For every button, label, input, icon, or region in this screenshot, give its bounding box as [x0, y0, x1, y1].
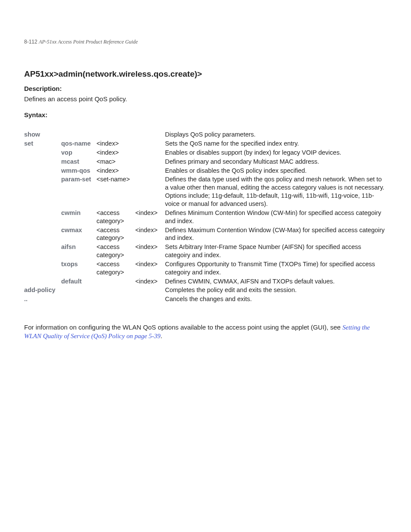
- footnote-prefix: For information on configuring the WLAN …: [24, 324, 342, 331]
- syntax-cell-c5: Displays QoS policy parameters.: [165, 131, 387, 139]
- syntax-cell-c3: <access category>: [97, 243, 135, 259]
- syntax-cell-c3: <access category>: [97, 226, 135, 243]
- syntax-table: showDisplays QoS policy parameters.setqo…: [24, 131, 387, 303]
- syntax-cell-c2: param-set: [61, 175, 97, 184]
- syntax-cell-c5: Enables or disables support (by index) f…: [165, 149, 387, 157]
- page-number: 8-112: [24, 39, 37, 45]
- syntax-cell-c1: ..: [24, 295, 61, 303]
- syntax-cell-c5: Configures Opportunity to Transmit Time …: [165, 260, 387, 277]
- syntax-cell-c2: txops: [61, 260, 97, 268]
- syntax-cell-c2: aifsn: [61, 243, 97, 251]
- syntax-cell-c5: Defines primary and secondary Multicast …: [165, 158, 387, 166]
- syntax-row: mcast<mac>Defines primary and secondary …: [24, 158, 387, 166]
- syntax-row: ..Cancels the changes and exits.: [24, 295, 387, 303]
- syntax-cell-c4: <index>: [135, 277, 165, 286]
- syntax-cell-c4: <index>: [135, 209, 165, 217]
- syntax-cell-c2: default: [61, 277, 97, 286]
- syntax-cell-c1: add-policy: [24, 286, 61, 294]
- syntax-row: vop<index>Enables or disables support (b…: [24, 149, 387, 157]
- syntax-row: param-set<set-name>Defines the data type…: [24, 175, 387, 208]
- description-heading: Description:: [24, 85, 387, 92]
- syntax-cell-c4: <index>: [135, 226, 165, 234]
- syntax-cell-c5: Defines CWMIN, CWMAX, AIFSN and TXOPs de…: [165, 277, 387, 286]
- footnote-suffix: .: [161, 332, 162, 339]
- syntax-cell-c1: show: [24, 131, 61, 139]
- syntax-cell-c5: Defines Minimum Contention Window (CW-Mi…: [165, 209, 387, 225]
- syntax-cell-c5: Defines Maximum Contention Window (CW-Ma…: [165, 226, 387, 243]
- syntax-cell-c3: <index>: [97, 167, 135, 175]
- syntax-cell-c5: Sets Arbitrary Inter-Frame Space Number …: [165, 243, 387, 259]
- syntax-cell-c2: cwmax: [61, 226, 97, 234]
- syntax-cell-c5: Defines the data type used with the qos …: [165, 175, 387, 208]
- syntax-cell-c3: <set-name>: [97, 175, 135, 184]
- syntax-cell-c3: <access category>: [97, 209, 135, 225]
- syntax-row: default<index>Defines CWMIN, CWMAX, AIFS…: [24, 277, 387, 286]
- footnote: For information on configuring the WLAN …: [24, 323, 387, 341]
- syntax-cell-c4: <index>: [135, 243, 165, 251]
- syntax-row: cwmax<access category><index>Defines Max…: [24, 226, 387, 243]
- syntax-cell-c4: <index>: [135, 260, 165, 268]
- syntax-cell-c3: <index>: [97, 140, 135, 148]
- syntax-cell-c2: mcast: [61, 158, 97, 166]
- syntax-cell-c2: vop: [61, 149, 97, 157]
- syntax-row: aifsn<access category><index>Sets Arbitr…: [24, 243, 387, 259]
- doc-title: AP-51xx Access Point Product Reference G…: [39, 39, 138, 45]
- syntax-cell-c5: Enables or disables the QoS policy index…: [165, 167, 387, 175]
- syntax-row: wmm-qos<index>Enables or disables the Qo…: [24, 167, 387, 175]
- running-head: 8-112 AP-51xx Access Point Product Refer…: [24, 39, 387, 45]
- syntax-cell-c2: qos-name: [61, 140, 97, 148]
- syntax-cell-c5: Completes the policy edit and exits the …: [165, 286, 387, 294]
- syntax-cell-c2: wmm-qos: [61, 167, 97, 175]
- syntax-cell-c3: <index>: [97, 149, 135, 157]
- syntax-row: cwmin<access category><index>Defines Min…: [24, 209, 387, 225]
- syntax-cell-c3: <mac>: [97, 158, 135, 166]
- syntax-cell-c2: cwmin: [61, 209, 97, 217]
- syntax-cell-c5: Sets the QoS name for the specified inde…: [165, 140, 387, 148]
- syntax-cell-c5: Cancels the changes and exits.: [165, 295, 387, 303]
- description-body: Defines an access point QoS policy.: [24, 95, 387, 103]
- command-title: AP51xx>admin(network.wireless.qos.create…: [24, 69, 387, 79]
- syntax-cell-c3: <access category>: [97, 260, 135, 277]
- syntax-cell-c1: set: [24, 140, 61, 148]
- syntax-row: showDisplays QoS policy parameters.: [24, 131, 387, 139]
- syntax-heading: Syntax:: [24, 111, 387, 118]
- syntax-row: add-policyCompletes the policy edit and …: [24, 286, 387, 294]
- syntax-row: txops<access category><index>Configures …: [24, 260, 387, 277]
- syntax-row: setqos-name<index>Sets the QoS name for …: [24, 140, 387, 148]
